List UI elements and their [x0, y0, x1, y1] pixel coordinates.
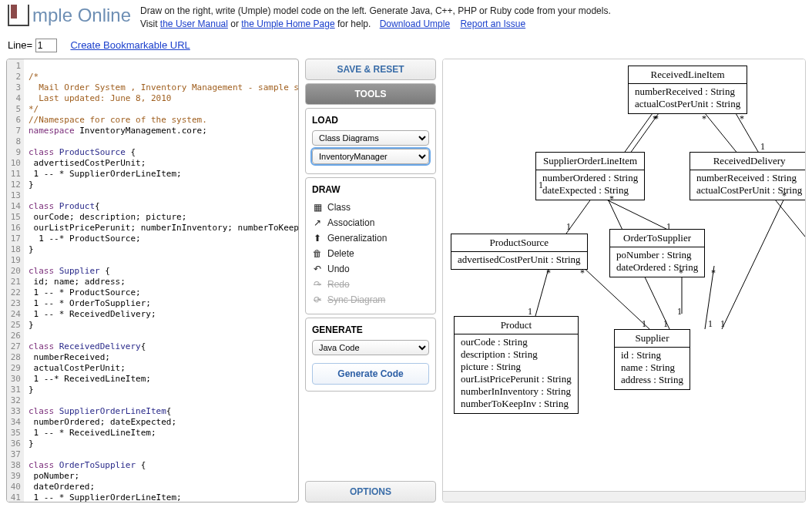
logo: mple Online	[8, 5, 131, 26]
delete-icon: 🗑	[312, 248, 323, 259]
save-reset-button[interactable]: SAVE & RESET	[305, 59, 436, 80]
attrs-ReceivedDelivery: numberReceived : StringactualCostPerUnit…	[690, 170, 806, 200]
class-SupplierOrderLineItem[interactable]: SupplierOrderLineItem numberOrdered : St…	[535, 152, 645, 200]
generate-header: GENERATE	[312, 324, 429, 335]
generate-lang-select[interactable]: Java Code	[312, 340, 429, 355]
draw-header: DRAW	[312, 184, 429, 195]
class-Supplier[interactable]: Supplier id : Stringname : Stringaddress…	[614, 329, 690, 390]
line-input[interactable]	[35, 39, 57, 52]
load-header: LOAD	[312, 115, 429, 126]
attrs-OrderToSupplier: poNumber : StringdateOrdered : String	[610, 247, 704, 277]
association-icon: ↗	[312, 217, 323, 228]
load-box: LOAD Class Diagrams InventoryManager	[305, 108, 436, 174]
app-header: mple Online Draw on the right, write (Um…	[0, 0, 812, 35]
tagline-line1: Draw on the right, write (Umple) model c…	[140, 5, 611, 18]
options-button[interactable]: OPTIONS	[305, 481, 436, 503]
attrs-SupplierOrderLineItem: numberOrdered : StringdateExpected : Str…	[536, 170, 644, 200]
attrs-Supplier: id : Stringname : Stringaddress : String	[615, 348, 690, 389]
association-lines	[443, 59, 805, 502]
draw-box: DRAW ▦Class ↗Association ⬆Generalization…	[305, 177, 436, 314]
logo-icon	[8, 5, 29, 26]
draw-delete[interactable]: 🗑Delete	[312, 246, 429, 261]
class-OrderToSupplier[interactable]: OrderToSupplier poNumber : StringdateOrd…	[609, 229, 705, 277]
class-Product[interactable]: Product ourCode : Stringdescription : St…	[454, 316, 579, 414]
link-bookmark[interactable]: Create Bookmarkable URL	[70, 39, 190, 51]
draw-association[interactable]: ↗Association	[312, 215, 429, 230]
header-tagline: Draw on the right, write (Umple) model c…	[140, 5, 611, 31]
logo-text: mple Online	[32, 5, 131, 26]
draw-sync: ⟳Sync Diagram	[312, 292, 429, 308]
attrs-ProductSource: advertisedCostPerUnit : String	[451, 252, 587, 269]
undo-icon: ↶	[312, 264, 323, 274]
line-bar: Line= Create Bookmarkable URL	[0, 35, 812, 59]
attrs-ReceivedLineItem: numberReceived : StringactualCostPerUnit…	[629, 84, 747, 113]
attrs-Product: ourCode : Stringdescription : Stringpict…	[455, 334, 578, 413]
code-content[interactable]: /* Mail Order System , Inventory Managem…	[24, 59, 298, 502]
link-report-issue[interactable]: Report an Issue	[460, 18, 525, 29]
draw-undo[interactable]: ↶Undo	[312, 261, 429, 277]
diagram-panel[interactable]: ReceivedLineItem numberReceived : String…	[442, 59, 806, 503]
class-ReceivedDelivery[interactable]: ReceivedDelivery numberReceived : String…	[690, 152, 806, 200]
draw-redo: ↷Redo	[312, 277, 429, 292]
sync-icon: ⟳	[312, 294, 323, 305]
horizontal-scrollbar[interactable]	[443, 491, 805, 502]
redo-icon: ↷	[312, 279, 323, 290]
diagram-type-select[interactable]: Class Diagrams	[312, 130, 429, 146]
class-icon: ▦	[312, 202, 323, 213]
tagline-line2: Visit the User Manual or the Umple Home …	[140, 18, 611, 31]
draw-class[interactable]: ▦Class	[312, 200, 429, 215]
line-gutter: 1234567891011121314151617181920212223242…	[7, 59, 24, 502]
link-home-page[interactable]: the Umple Home Page	[241, 18, 334, 29]
main-area: 1234567891011121314151617181920212223242…	[0, 59, 812, 503]
example-select[interactable]: InventoryManager	[312, 149, 429, 164]
class-ProductSource[interactable]: ProductSource advertisedCostPerUnit : St…	[451, 234, 588, 270]
line-label: Line=	[8, 39, 32, 51]
link-download[interactable]: Download Umple	[380, 18, 450, 29]
link-user-manual[interactable]: the User Manual	[160, 18, 228, 29]
code-editor[interactable]: 1234567891011121314151617181920212223242…	[7, 59, 298, 502]
code-editor-panel: 1234567891011121314151617181920212223242…	[6, 59, 299, 503]
class-ReceivedLineItem[interactable]: ReceivedLineItem numberReceived : String…	[628, 66, 747, 114]
tools-header: TOOLS	[305, 83, 436, 105]
generate-code-button[interactable]: Generate Code	[312, 363, 429, 385]
svg-line-10	[722, 190, 788, 329]
tools-panel: SAVE & RESET TOOLS LOAD Class Diagrams I…	[305, 59, 436, 503]
generalization-icon: ⬆	[312, 233, 323, 244]
draw-generalization[interactable]: ⬆Generalization	[312, 230, 429, 246]
generate-box: GENERATE Java Code Generate Code	[305, 318, 436, 392]
